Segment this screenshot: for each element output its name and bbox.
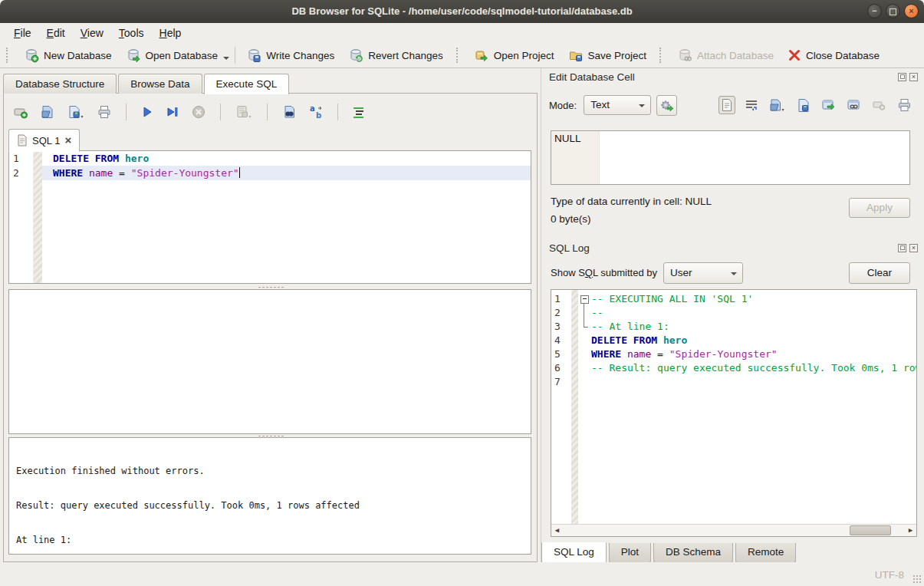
scrollbar-track[interactable] bbox=[563, 525, 905, 536]
menu-help[interactable]: Help bbox=[152, 25, 189, 41]
attach-database-label: Attach Database bbox=[697, 50, 774, 61]
window-title: DB Browser for SQLite - /home/user/code/… bbox=[291, 5, 632, 17]
dock-float-icon[interactable] bbox=[898, 244, 906, 252]
open-database-label: Open Database bbox=[146, 50, 219, 61]
sql-editor[interactable]: 1 DELETE FROM hero 2 WHERE name = "Spide… bbox=[8, 150, 531, 284]
menu-view[interactable]: View bbox=[73, 25, 111, 41]
window-titlebar[interactable]: DB Browser for SQLite - /home/user/code/… bbox=[0, 0, 924, 24]
dock-close-icon[interactable]: × bbox=[909, 244, 918, 252]
resize-grip[interactable] bbox=[912, 574, 922, 584]
write-changes-button[interactable]: Write Changes bbox=[239, 45, 341, 65]
close-database-button[interactable]: Close Database bbox=[781, 46, 886, 64]
line-number: 5 bbox=[551, 347, 571, 361]
execute-line-button[interactable] bbox=[164, 104, 181, 120]
tab-remote[interactable]: Remote bbox=[735, 543, 796, 563]
word-wrap-button[interactable] bbox=[743, 97, 760, 114]
results-grid-pane[interactable] bbox=[8, 289, 531, 434]
maximize-button[interactable] bbox=[886, 4, 900, 18]
database-open-icon bbox=[126, 48, 141, 63]
toolbar-drag-handle[interactable] bbox=[456, 48, 462, 63]
print-button[interactable] bbox=[95, 103, 113, 121]
main-toolbar: New Database Open Database Write Changes… bbox=[0, 43, 924, 68]
open-external-button[interactable] bbox=[820, 97, 837, 114]
save-sql-file-button[interactable] bbox=[65, 103, 87, 121]
sql-log-view[interactable]: 1 -- EXECUTING ALL IN 'SQL 1' 2 -- 3 -- … bbox=[551, 289, 917, 537]
gear-apply-icon bbox=[659, 98, 674, 113]
toolbar-drag-handle[interactable] bbox=[659, 48, 666, 63]
dock-float-icon[interactable] bbox=[898, 73, 906, 81]
set-null-icon bbox=[872, 99, 886, 111]
close-database-icon bbox=[788, 48, 801, 62]
printer-icon bbox=[97, 104, 112, 120]
new-sql-tab-button[interactable] bbox=[12, 103, 30, 121]
tab-sql-log[interactable]: SQL Log bbox=[541, 542, 607, 564]
tab-browse-data[interactable]: Browse Data bbox=[118, 74, 202, 94]
dock-buttons: × bbox=[898, 73, 918, 81]
export-cell-button[interactable] bbox=[795, 97, 812, 114]
fold-guide-end bbox=[578, 320, 591, 334]
revert-changes-label: Revert Changes bbox=[368, 50, 443, 61]
marker-cell bbox=[571, 306, 578, 320]
print-cell-button[interactable] bbox=[896, 97, 913, 114]
cell-size-info: 0 byte(s) bbox=[551, 213, 591, 225]
dock-close-icon[interactable]: × bbox=[909, 73, 918, 81]
tab-database-structure[interactable]: Database Structure bbox=[3, 74, 117, 94]
editor-line[interactable]: 1 DELETE FROM hero bbox=[9, 151, 531, 166]
sql-tab-label: SQL 1 bbox=[32, 135, 60, 146]
open-database-dropdown-arrow[interactable] bbox=[223, 57, 229, 60]
find-replace-button[interactable]: ab bbox=[307, 103, 325, 121]
editor-line-current[interactable]: 2 WHERE name = "Spider-Youngster" bbox=[9, 166, 531, 180]
scrollbar-thumb[interactable] bbox=[850, 525, 891, 535]
execute-all-button[interactable] bbox=[139, 104, 156, 120]
tab-db-schema[interactable]: DB Schema bbox=[653, 543, 733, 563]
auto-apply-button[interactable] bbox=[656, 95, 677, 116]
copy-link-button[interactable] bbox=[845, 97, 863, 114]
revert-changes-button[interactable]: Revert Changes bbox=[341, 45, 450, 65]
dock-tab-bar: SQL Log Plot DB Schema Remote bbox=[541, 543, 798, 564]
tab-plot[interactable]: Plot bbox=[609, 543, 651, 563]
clear-log-button[interactable]: Clear bbox=[849, 262, 910, 284]
horizontal-scrollbar[interactable]: ◀ ▶ bbox=[551, 524, 916, 536]
menu-file[interactable]: File bbox=[6, 25, 39, 41]
line-number: 3 bbox=[551, 320, 571, 334]
sql-tab-close-icon[interactable]: × bbox=[64, 135, 71, 146]
message-line: At line 1: bbox=[16, 535, 524, 546]
log-lines: 1 -- EXECUTING ALL IN 'SQL 1' 2 -- 3 -- … bbox=[551, 292, 916, 389]
line-number: 6 bbox=[551, 361, 571, 375]
scroll-left-arrow[interactable]: ◀ bbox=[551, 525, 563, 536]
menu-tools[interactable]: Tools bbox=[111, 25, 152, 41]
close-button[interactable]: × bbox=[904, 4, 919, 18]
find-button[interactable] bbox=[280, 103, 298, 121]
text-view-button[interactable] bbox=[718, 96, 735, 114]
toolbar-drag-handle[interactable] bbox=[6, 48, 12, 63]
scroll-right-arrow[interactable]: ▶ bbox=[905, 525, 916, 536]
execution-message-pane[interactable]: Execution finished without errors. Resul… bbox=[8, 437, 531, 555]
code-line: WHERE name = "Spider-Youngster" bbox=[42, 166, 531, 180]
minimize-button[interactable]: − bbox=[867, 4, 882, 18]
toolbar-separator bbox=[235, 47, 235, 64]
import-cell-button[interactable] bbox=[768, 97, 788, 114]
submitter-combobox[interactable]: User bbox=[663, 262, 743, 284]
new-database-button[interactable]: New Database bbox=[17, 45, 119, 65]
sql-document-tab[interactable]: SQL 1 × bbox=[8, 129, 80, 152]
cell-value-editor[interactable]: NULL bbox=[551, 130, 910, 185]
open-project-button[interactable]: Open Project bbox=[467, 45, 561, 65]
save-project-button[interactable]: Save Project bbox=[561, 45, 654, 65]
code-line: -- Result: query executed successfully. … bbox=[591, 361, 916, 375]
right-dock-area: Edit Database Cell × Mode: Text bbox=[541, 68, 924, 562]
text-caret bbox=[239, 167, 240, 178]
marker-cell bbox=[571, 347, 578, 361]
encoding-indicator[interactable]: UTF-8 bbox=[875, 569, 904, 581]
database-save-icon bbox=[246, 48, 261, 63]
tab-execute-sql[interactable]: Execute SQL bbox=[204, 74, 290, 94]
fold-collapse-icon[interactable] bbox=[578, 292, 591, 306]
open-database-button[interactable]: Open Database bbox=[119, 45, 225, 65]
format-sql-button[interactable] bbox=[350, 104, 367, 120]
log-line: 2 -- bbox=[551, 306, 916, 320]
menu-edit[interactable]: Edit bbox=[39, 25, 73, 41]
mode-combobox[interactable]: Text bbox=[584, 95, 651, 115]
code-line: DELETE FROM hero bbox=[591, 334, 916, 347]
format-icon bbox=[352, 105, 366, 119]
open-sql-file-button[interactable] bbox=[38, 103, 57, 121]
code-line: -- At line 1: bbox=[591, 320, 916, 334]
